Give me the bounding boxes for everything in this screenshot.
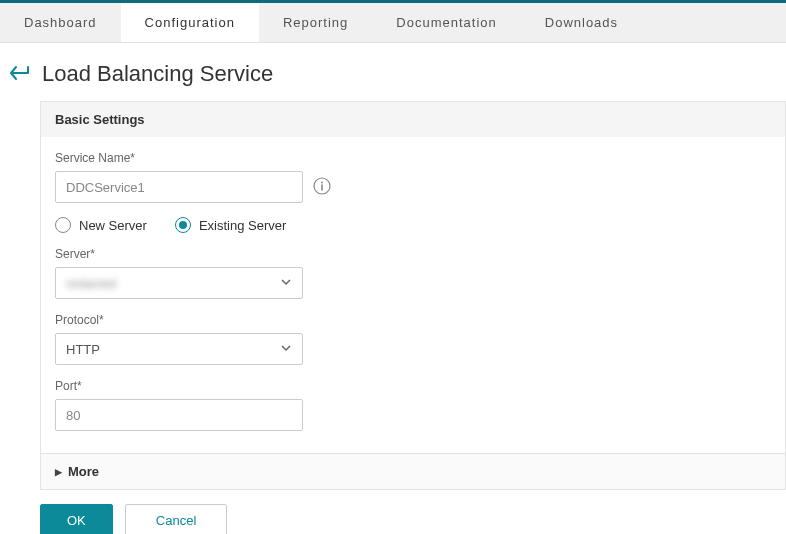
field-service-name: Service Name*: [55, 151, 771, 203]
field-protocol: Protocol* HTTP: [55, 313, 771, 365]
more-label: More: [68, 464, 99, 479]
back-icon[interactable]: [10, 64, 32, 85]
server-label: Server*: [55, 247, 771, 261]
tab-configuration[interactable]: Configuration: [121, 3, 259, 42]
field-port: Port*: [55, 379, 771, 431]
panel-body: Service Name* New Server Existing Server: [41, 137, 785, 453]
tab-downloads[interactable]: Downloads: [521, 3, 642, 42]
page-title: Load Balancing Service: [42, 61, 273, 87]
field-server: Server* redacted: [55, 247, 771, 299]
port-input[interactable]: [55, 399, 303, 431]
service-name-label: Service Name*: [55, 151, 771, 165]
cancel-button[interactable]: Cancel: [125, 504, 227, 534]
radio-new-server[interactable]: New Server: [55, 217, 147, 233]
chevron-down-icon: [280, 276, 292, 291]
radio-new-server-label: New Server: [79, 218, 147, 233]
chevron-down-icon: [280, 342, 292, 357]
panel-header: Basic Settings: [41, 102, 785, 137]
protocol-label: Protocol*: [55, 313, 771, 327]
port-label: Port*: [55, 379, 771, 393]
action-buttons: OK Cancel: [40, 504, 786, 534]
triangle-right-icon: ▶: [55, 467, 62, 477]
info-icon[interactable]: [313, 177, 331, 198]
page-header: Load Balancing Service: [10, 61, 786, 87]
basic-settings-panel: Basic Settings Service Name* New Server: [40, 101, 786, 490]
svg-point-1: [321, 181, 323, 183]
page-content: Load Balancing Service Basic Settings Se…: [0, 43, 786, 534]
svg-rect-2: [321, 184, 323, 190]
tab-documentation[interactable]: Documentation: [372, 3, 520, 42]
main-tabs: Dashboard Configuration Reporting Docume…: [0, 3, 786, 43]
tab-dashboard[interactable]: Dashboard: [0, 3, 121, 42]
radio-circle-icon: [55, 217, 71, 233]
server-select-value: redacted: [66, 276, 117, 291]
more-toggle[interactable]: ▶ More: [41, 453, 785, 489]
service-name-input[interactable]: [55, 171, 303, 203]
ok-button[interactable]: OK: [40, 504, 113, 534]
protocol-select-value: HTTP: [66, 342, 100, 357]
radio-existing-server-label: Existing Server: [199, 218, 286, 233]
radio-existing-server[interactable]: Existing Server: [175, 217, 286, 233]
protocol-select[interactable]: HTTP: [55, 333, 303, 365]
tab-reporting[interactable]: Reporting: [259, 3, 372, 42]
server-mode-radio-group: New Server Existing Server: [55, 217, 771, 233]
radio-circle-selected-icon: [175, 217, 191, 233]
server-select[interactable]: redacted: [55, 267, 303, 299]
